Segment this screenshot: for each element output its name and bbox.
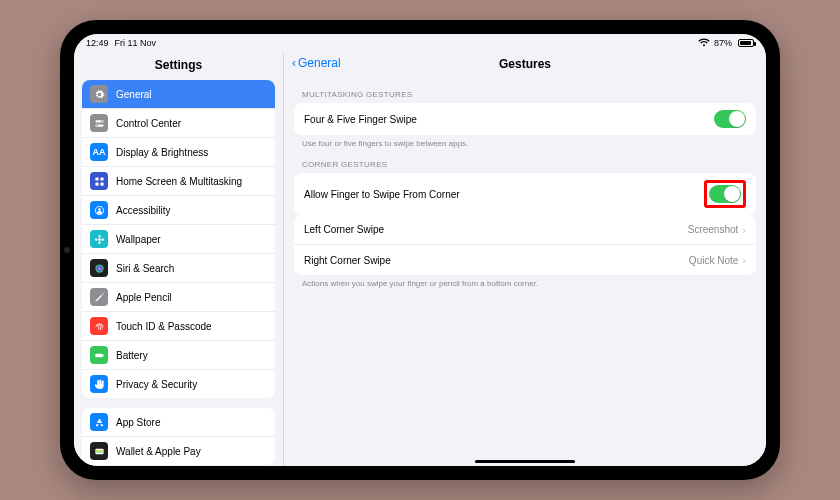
svg-rect-16 <box>95 353 102 357</box>
appstore-icon <box>90 413 108 431</box>
sidebar-item-label: Display & Brightness <box>116 147 208 158</box>
sidebar-item-pencil[interactable]: Apple Pencil <box>82 283 275 312</box>
sidebar-item-label: Wallet & Apple Pay <box>116 446 201 457</box>
section-header: MULTITASKING GESTURES <box>284 80 766 103</box>
switches-icon <box>90 114 108 132</box>
svg-point-14 <box>101 238 104 241</box>
svg-point-3 <box>96 124 98 126</box>
siri-icon <box>90 259 108 277</box>
sidebar-item-accessibility[interactable]: Accessibility <box>82 196 275 225</box>
svg-rect-7 <box>100 182 103 185</box>
detail-pane: ‹ General Gestures MULTITASKING GESTURES… <box>284 52 766 466</box>
sidebar-item-battery[interactable]: Battery <box>82 341 275 370</box>
ipad-frame: 12:49 Fri 11 Nov 87% Settings GeneralCon… <box>60 20 780 480</box>
svg-rect-17 <box>103 354 104 356</box>
section-header: CORNER GESTURES <box>284 150 766 173</box>
sidebar: Settings GeneralControl CenterAADisplay … <box>74 52 284 466</box>
sidebar-title: Settings <box>74 52 283 80</box>
row-label: Four & Five Finger Swipe <box>304 114 417 125</box>
section-footer: Use four or five fingers to swipe betwee… <box>284 135 766 150</box>
svg-point-2 <box>100 120 102 122</box>
sidebar-item-label: General <box>116 89 152 100</box>
sidebar-item-label: Accessibility <box>116 205 170 216</box>
row-label: Left Corner Swipe <box>304 224 384 235</box>
row-label: Allow Finger to Swipe From Corner <box>304 189 460 200</box>
sidebar-item-general[interactable]: General <box>82 80 275 109</box>
battery-icon <box>738 39 754 47</box>
svg-rect-19 <box>95 450 103 451</box>
toggle-four-five-swipe[interactable] <box>714 110 746 128</box>
annotation-highlight <box>704 180 746 208</box>
row-left-corner[interactable]: Left Corner SwipeScreenshot› <box>294 215 756 245</box>
svg-point-12 <box>98 241 101 244</box>
svg-point-10 <box>98 238 101 241</box>
nav-bar: ‹ General Gestures <box>284 52 766 80</box>
sidebar-item-siri[interactable]: Siri & Search <box>82 254 275 283</box>
battery-pct: 87% <box>714 38 732 48</box>
svg-point-11 <box>98 234 101 237</box>
grid-icon <box>90 172 108 190</box>
wifi-icon <box>698 38 710 49</box>
AA-icon: AA <box>90 143 108 161</box>
svg-point-15 <box>95 264 103 272</box>
svg-point-9 <box>98 208 101 211</box>
svg-rect-5 <box>100 177 103 180</box>
sidebar-item-label: Apple Pencil <box>116 292 172 303</box>
sidebar-item-home[interactable]: Home Screen & Multitasking <box>82 167 275 196</box>
status-time: 12:49 <box>86 38 109 48</box>
status-bar: 12:49 Fri 11 Nov 87% <box>74 34 766 52</box>
finger-icon <box>90 317 108 335</box>
home-indicator <box>475 460 575 463</box>
row-label: Right Corner Swipe <box>304 255 391 266</box>
batt-icon <box>90 346 108 364</box>
chevron-right-icon: › <box>742 254 746 266</box>
chevron-right-icon: › <box>742 224 746 236</box>
sidebar-item-label: Control Center <box>116 118 181 129</box>
sidebar-item-appstore[interactable]: App Store <box>82 408 275 437</box>
sidebar-item-wallet[interactable]: Wallet & Apple Pay <box>82 437 275 465</box>
status-date: Fri 11 Nov <box>115 38 157 48</box>
sidebar-item-label: Battery <box>116 350 148 361</box>
sidebar-item-control-center[interactable]: Control Center <box>82 109 275 138</box>
person-icon <box>90 201 108 219</box>
flower-icon <box>90 230 108 248</box>
row-allow-corner: Allow Finger to Swipe From Corner <box>294 173 756 215</box>
camera-dot <box>64 247 70 253</box>
pencil-icon <box>90 288 108 306</box>
wallet-icon <box>90 442 108 460</box>
row-right-corner[interactable]: Right Corner SwipeQuick Note› <box>294 245 756 275</box>
sidebar-item-label: App Store <box>116 417 160 428</box>
toggle-allow-corner[interactable] <box>709 185 741 203</box>
svg-rect-4 <box>95 177 98 180</box>
detail-title: Gestures <box>284 57 766 71</box>
sidebar-item-privacy[interactable]: Privacy & Security <box>82 370 275 398</box>
gear-icon <box>90 85 108 103</box>
sidebar-item-touchid[interactable]: Touch ID & Passcode <box>82 312 275 341</box>
screen: 12:49 Fri 11 Nov 87% Settings GeneralCon… <box>74 34 766 466</box>
sidebar-item-label: Home Screen & Multitasking <box>116 176 242 187</box>
sidebar-item-label: Touch ID & Passcode <box>116 321 212 332</box>
svg-rect-20 <box>95 451 103 452</box>
sidebar-item-label: Privacy & Security <box>116 379 197 390</box>
row-four-five-swipe: Four & Five Finger Swipe <box>294 103 756 135</box>
row-value: Screenshot› <box>688 224 746 236</box>
hand-icon <box>90 375 108 393</box>
sidebar-item-label: Siri & Search <box>116 263 174 274</box>
svg-rect-6 <box>95 182 98 185</box>
section-footer: Actions when you swipe your finger or pe… <box>284 275 766 290</box>
sidebar-item-wallpaper[interactable]: Wallpaper <box>82 225 275 254</box>
svg-point-13 <box>94 238 97 241</box>
row-value: Quick Note› <box>689 254 746 266</box>
sidebar-item-display[interactable]: AADisplay & Brightness <box>82 138 275 167</box>
sidebar-item-label: Wallpaper <box>116 234 161 245</box>
